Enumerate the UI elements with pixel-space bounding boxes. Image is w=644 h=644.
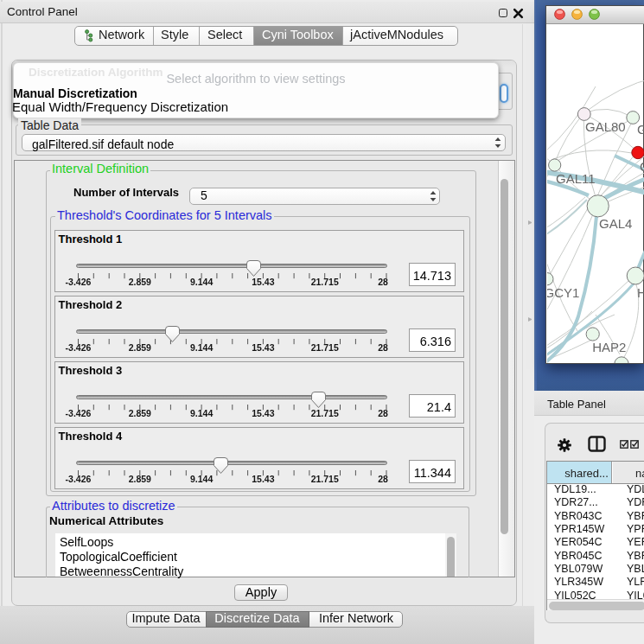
svg-text:H: H [637, 285, 644, 300]
svg-text:HAP2: HAP2 [592, 340, 626, 354]
svg-text:GAL80: GAL80 [585, 119, 626, 134]
svg-text:G.: G. [637, 122, 644, 137]
svg-text:GCY1: GCY1 [547, 285, 579, 300]
svg-text:GAL11: GAL11 [556, 171, 596, 186]
svg-text:GAL4: GAL4 [599, 216, 632, 231]
svg-text:C: C [640, 159, 644, 174]
